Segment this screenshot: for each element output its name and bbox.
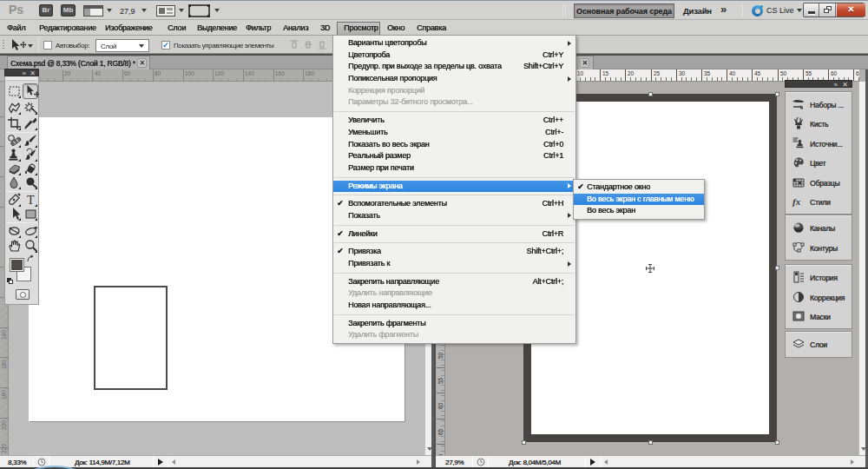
svg-text:fx: fx: [792, 196, 801, 207]
svg-text:T: T: [27, 194, 35, 207]
